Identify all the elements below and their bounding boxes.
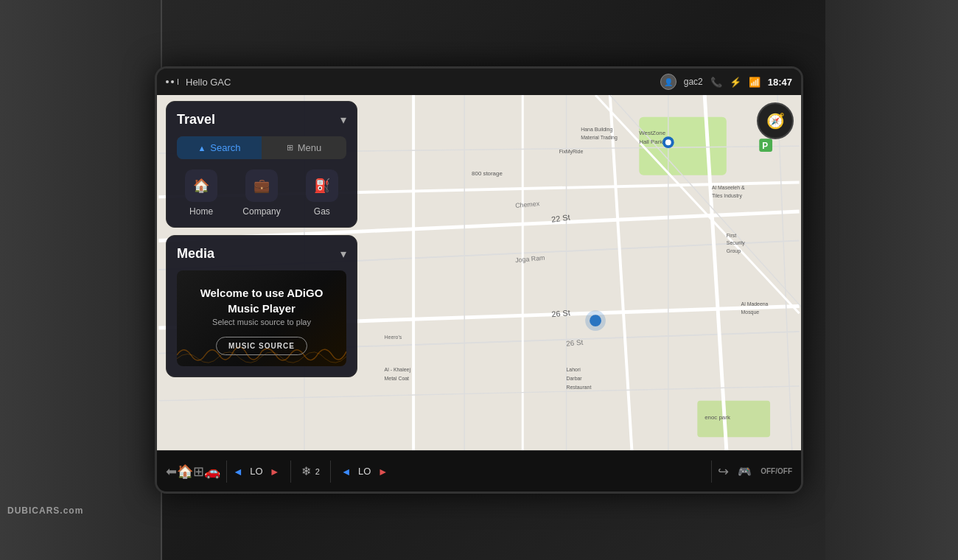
travel-panel-title: Travel xyxy=(177,112,215,127)
media-content: Welcome to use ADiGO Music Player Select… xyxy=(177,270,346,366)
back-icon[interactable]: ⬅ xyxy=(166,463,177,480)
svg-text:26 St: 26 St xyxy=(551,308,570,318)
company-icon: 💼 xyxy=(254,178,270,194)
car-interior-left xyxy=(0,0,162,560)
travel-tabs: ▲ Search ⊞ Menu xyxy=(177,136,346,159)
temp-left-value: LO xyxy=(248,466,265,477)
car-frame: Hello GAC 👤 gac2 📞 ⚡ 📶 18:47 xyxy=(0,0,958,560)
media-panel: Media ▾ Welcome to use ADiGO Music Playe… xyxy=(166,235,357,377)
home-nav-icon[interactable]: 🏠 xyxy=(177,463,193,480)
overlay-panels: Travel ▾ ▲ Search ⊞ Menu xyxy=(166,101,357,377)
search-tab-label: Search xyxy=(210,142,240,153)
car-nav-icon[interactable]: 🚗 xyxy=(204,463,220,480)
dest-gas[interactable]: ⛽ Gas xyxy=(306,169,338,217)
car-interior-right xyxy=(825,0,958,560)
greeting-text: Hello GAC xyxy=(186,77,231,88)
temp-left-decrease[interactable]: ◄ xyxy=(233,466,243,477)
media-panel-title: Media xyxy=(177,246,214,262)
travel-chevron-icon[interactable]: ▾ xyxy=(340,113,346,127)
temp-right-decrease[interactable]: ◄ xyxy=(341,466,352,477)
svg-text:Metal Coat: Metal Coat xyxy=(385,376,409,381)
svg-text:Restaurant: Restaurant xyxy=(567,385,592,390)
svg-text:Hall Park: Hall Park xyxy=(639,139,662,145)
travel-panel: Travel ▾ ▲ Search ⊞ Menu xyxy=(166,101,357,228)
music-title: Welcome to use ADiGO xyxy=(200,287,324,299)
climate-section: ◄ LO ► ❄ 2 ◄ LO ► xyxy=(233,461,705,483)
username: gac2 xyxy=(684,77,703,87)
svg-text:800 storage: 800 storage xyxy=(472,170,503,177)
wifi-icon: 📶 xyxy=(749,77,761,88)
dest-home-label: Home xyxy=(189,206,213,217)
status-right: 👤 gac2 📞 ⚡ 📶 18:47 xyxy=(660,74,792,90)
temp-right-increase[interactable]: ► xyxy=(378,466,388,477)
svg-point-45 xyxy=(585,310,606,331)
rear-defrost-icon[interactable]: ↪ xyxy=(718,463,729,480)
svg-text:Tiles Industry: Tiles Industry xyxy=(712,193,742,199)
dest-company-label: Company xyxy=(242,206,280,217)
user-initial: 👤 xyxy=(664,78,673,86)
dest-company[interactable]: 💼 Company xyxy=(242,169,280,217)
menu-tab-icon: ⊞ xyxy=(287,143,293,153)
svg-text:FixMyRide: FixMyRide xyxy=(559,149,584,155)
music-title-line2: Music Player xyxy=(228,302,296,315)
divider-3 xyxy=(330,461,331,483)
fan-icon: ❄ xyxy=(301,464,311,478)
svg-text:enoc park: enoc park xyxy=(704,414,730,421)
divider-1 xyxy=(226,461,227,483)
compass-icon: 🧭 xyxy=(766,112,785,130)
svg-text:Al - Khaleej: Al - Khaleej xyxy=(385,367,411,373)
music-source-button[interactable]: MUSIC SOURCE xyxy=(216,337,307,355)
compass: 🧭 xyxy=(757,102,794,139)
svg-text:Hana Building: Hana Building xyxy=(581,127,612,133)
svg-text:First: First xyxy=(727,233,737,238)
user-avatar: 👤 xyxy=(660,74,676,90)
music-subtitle: Select music source to play xyxy=(212,318,311,326)
status-bar: Hello GAC 👤 gac2 📞 ⚡ 📶 18:47 xyxy=(157,69,801,95)
infotainment-screen: Hello GAC 👤 gac2 📞 ⚡ 📶 18:47 xyxy=(155,66,803,494)
temp-left-increase[interactable]: ► xyxy=(270,466,280,477)
svg-point-47 xyxy=(665,139,671,145)
menu-tab-label: Menu xyxy=(298,142,322,153)
dest-gas-label: Gas xyxy=(314,206,330,217)
temp-right-value: LO xyxy=(356,466,374,477)
search-tab-icon: ▲ xyxy=(197,144,206,153)
svg-text:Group: Group xyxy=(727,248,741,254)
status-left: Hello GAC xyxy=(166,77,231,88)
home-icon-container: 🏠 xyxy=(185,169,217,202)
grid-nav-icon[interactable]: ⊞ xyxy=(193,463,204,480)
divider-4 xyxy=(711,461,712,483)
svg-text:P: P xyxy=(762,141,768,151)
dest-home[interactable]: 🏠 Home xyxy=(185,169,217,217)
tab-menu[interactable]: ⊞ Menu xyxy=(262,136,346,159)
phone-icon: 📞 xyxy=(710,77,722,88)
svg-text:Darbar: Darbar xyxy=(567,376,583,381)
svg-text:Mosque: Mosque xyxy=(741,309,760,315)
tab-search[interactable]: ▲ Search xyxy=(177,136,262,159)
svg-text:Al Madeena: Al Madeena xyxy=(741,301,769,307)
park-area xyxy=(639,117,727,175)
watermark: DUBICARS.com xyxy=(7,505,83,516)
svg-text:Al Maseeleh &: Al Maseeleh & xyxy=(712,185,745,190)
svg-text:Lahori: Lahori xyxy=(567,367,581,372)
svg-text:WestZone: WestZone xyxy=(639,130,665,136)
home-icon: 🏠 xyxy=(193,178,209,194)
svg-text:26 St: 26 St xyxy=(566,338,584,348)
media-chevron-icon[interactable]: ▾ xyxy=(340,247,346,261)
bottom-bar: ⬅ 🏠 ⊞ 🚗 ◄ LO ► ❄ 2 ◄ LO ► xyxy=(157,450,801,491)
svg-text:Security: Security xyxy=(727,240,745,246)
fan-count: 2 xyxy=(315,467,320,476)
off-toggle[interactable]: OFF/OFF xyxy=(761,467,792,475)
quick-destinations: 🏠 Home 💼 Company ⛽ Gas xyxy=(177,169,346,217)
company-icon-container: 💼 xyxy=(245,169,278,202)
steering-heat-icon[interactable]: 🎮 xyxy=(738,465,752,478)
time-display: 18:47 xyxy=(768,77,792,88)
gas-icon-container: ⛽ xyxy=(306,169,338,202)
svg-text:Heero's: Heero's xyxy=(385,335,402,340)
divider-2 xyxy=(290,461,291,483)
gas-icon: ⛽ xyxy=(314,178,330,194)
svg-text:Material Trading: Material Trading xyxy=(581,135,618,141)
media-panel-header: Media ▾ xyxy=(177,246,346,262)
bluetooth-icon: ⚡ xyxy=(730,77,741,88)
right-controls: ↪ 🎮 OFF/OFF xyxy=(718,463,792,480)
signal-icon xyxy=(166,79,180,85)
